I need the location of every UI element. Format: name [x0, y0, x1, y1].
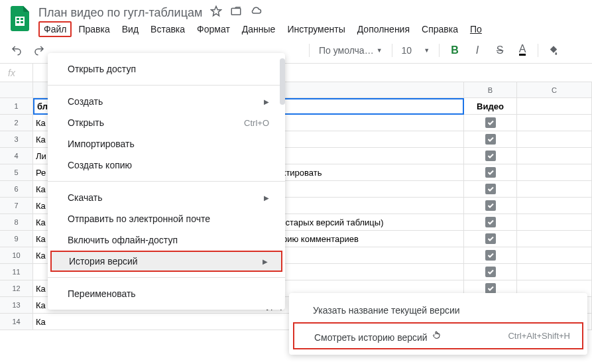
- cell[interactable]: [517, 198, 592, 214]
- cell[interactable]: [464, 264, 517, 280]
- redo-button[interactable]: [29, 40, 49, 60]
- menu-данные[interactable]: Данные: [237, 21, 281, 37]
- menu-файл[interactable]: Файл: [38, 21, 72, 37]
- menu-item[interactable]: Скачать▶: [48, 187, 285, 208]
- italic-button[interactable]: I: [467, 40, 487, 60]
- checkbox-icon[interactable]: [485, 250, 496, 261]
- menu-item[interactable]: Переименовать: [48, 283, 285, 304]
- row-header[interactable]: 7: [0, 198, 33, 214]
- strikethrough-button[interactable]: S: [490, 40, 510, 60]
- cursor-pointer-icon: [432, 329, 442, 343]
- file-menu-dropdown: Открыть доступСоздать▶ОткрытьCtrl+OИмпор…: [48, 53, 285, 310]
- column-header[interactable]: B: [464, 82, 517, 98]
- fx-label: fx: [0, 64, 33, 82]
- cell[interactable]: [517, 164, 592, 181]
- svg-rect-0: [232, 9, 241, 15]
- sheets-logo[interactable]: [7, 5, 33, 32]
- chevron-right-icon: ▶: [264, 98, 269, 105]
- submenu-item[interactable]: Смотреть историю версийCtrl+Alt+Shift+H: [293, 322, 583, 349]
- cell[interactable]: [517, 115, 592, 131]
- font-size-dropdown[interactable]: 10▼: [398, 45, 434, 56]
- move-icon[interactable]: [230, 5, 242, 20]
- row-header[interactable]: 13: [0, 297, 33, 314]
- checkbox-icon[interactable]: [485, 117, 496, 128]
- menu-item[interactable]: Импортировать: [48, 133, 285, 154]
- cell[interactable]: [464, 181, 517, 198]
- checkbox-icon[interactable]: [485, 267, 496, 277]
- column-header[interactable]: C: [517, 82, 592, 98]
- row-header[interactable]: 11: [0, 264, 33, 280]
- star-icon[interactable]: [210, 5, 222, 20]
- cell[interactable]: Видео: [464, 98, 517, 115]
- menu-дополнения[interactable]: Дополнения: [352, 21, 415, 37]
- menu-по[interactable]: По: [465, 21, 487, 37]
- menu-item[interactable]: ОткрытьCtrl+O: [48, 112, 285, 133]
- text-color-button[interactable]: A: [512, 40, 532, 60]
- menu-формат[interactable]: Формат: [192, 21, 235, 37]
- menu-вид[interactable]: Вид: [117, 21, 144, 37]
- row-header[interactable]: 8: [0, 214, 33, 231]
- row-header[interactable]: 14: [0, 314, 33, 330]
- checkbox-icon[interactable]: [485, 233, 496, 244]
- menu-инструменты[interactable]: Инструменты: [282, 21, 350, 37]
- fill-color-button[interactable]: [544, 40, 563, 60]
- cell[interactable]: [517, 247, 592, 264]
- checkbox-icon[interactable]: [485, 184, 496, 194]
- chevron-right-icon: ▶: [263, 258, 268, 265]
- menu-item[interactable]: Отправить по электронной почте: [48, 208, 285, 229]
- undo-button[interactable]: [7, 40, 27, 60]
- row-header[interactable]: 10: [0, 247, 33, 264]
- cell[interactable]: [517, 148, 592, 164]
- checkbox-icon[interactable]: [485, 167, 496, 178]
- font-family-dropdown[interactable]: По умолча…▼: [315, 45, 386, 56]
- checkbox-icon[interactable]: [485, 134, 496, 145]
- cell[interactable]: [464, 164, 517, 181]
- cell[interactable]: [517, 131, 592, 148]
- cell[interactable]: [517, 264, 592, 280]
- menu-справка[interactable]: Справка: [416, 21, 463, 37]
- menu-item[interactable]: Создать копию: [48, 154, 285, 176]
- cell[interactable]: [464, 115, 517, 131]
- row-header[interactable]: 3: [0, 131, 33, 148]
- submenu-item[interactable]: Указать название текущей версии: [289, 298, 587, 322]
- cell[interactable]: [517, 214, 592, 231]
- menubar: ФайлПравкаВидВставкаФорматДанныеИнструме…: [38, 21, 585, 37]
- chevron-right-icon: ▶: [264, 194, 269, 202]
- row-header[interactable]: 4: [0, 148, 33, 164]
- row-header[interactable]: 12: [0, 280, 33, 297]
- menu-item[interactable]: Включить офлайн-доступ: [48, 229, 285, 251]
- checkbox-icon[interactable]: [485, 283, 496, 294]
- cell[interactable]: [464, 131, 517, 148]
- cell[interactable]: [517, 181, 592, 198]
- row-header[interactable]: 1: [0, 98, 33, 115]
- menu-правка[interactable]: Правка: [73, 21, 115, 37]
- cell[interactable]: [517, 98, 592, 115]
- document-title[interactable]: План видео по гугл-таблицам: [38, 6, 202, 20]
- cell[interactable]: [464, 198, 517, 214]
- menu-вставка[interactable]: Вставка: [145, 21, 190, 37]
- cell[interactable]: [464, 214, 517, 231]
- row-header[interactable]: 5: [0, 164, 33, 181]
- menu-item[interactable]: Открыть доступ: [48, 58, 285, 80]
- menu-item[interactable]: История версий▶: [50, 251, 282, 272]
- bold-button[interactable]: B: [445, 40, 465, 60]
- checkbox-icon[interactable]: [485, 200, 496, 211]
- cell[interactable]: [517, 231, 592, 247]
- cell[interactable]: [464, 247, 517, 264]
- cell[interactable]: [464, 231, 517, 247]
- cell[interactable]: [464, 148, 517, 164]
- select-all-corner[interactable]: [0, 82, 33, 98]
- row-header[interactable]: 9: [0, 231, 33, 247]
- menu-item[interactable]: Создать▶: [48, 91, 285, 112]
- checkbox-icon[interactable]: [485, 151, 496, 161]
- row-header[interactable]: 6: [0, 181, 33, 198]
- checkbox-icon[interactable]: [485, 217, 496, 227]
- version-history-submenu: Указать название текущей версииСмотреть …: [289, 293, 587, 355]
- row-header[interactable]: 2: [0, 115, 33, 131]
- cloud-icon[interactable]: [250, 5, 262, 20]
